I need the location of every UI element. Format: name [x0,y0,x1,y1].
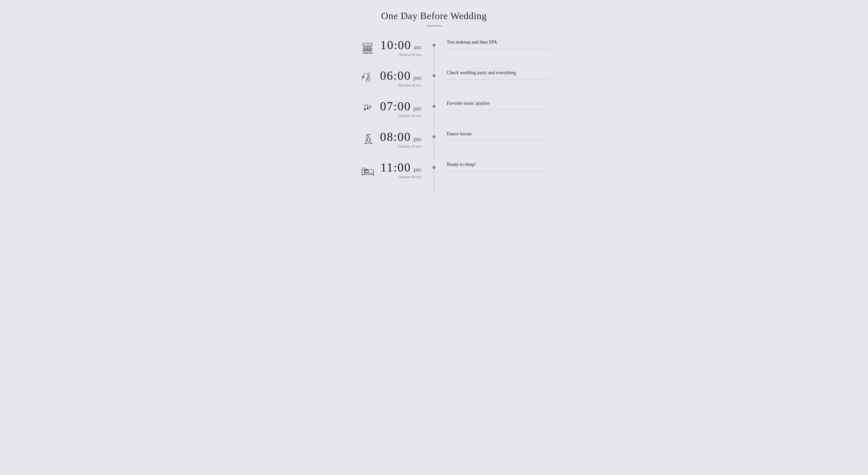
timeline-dot [432,135,436,138]
timeline-dot [432,43,436,47]
duration-text: Duration 60 min [380,114,421,118]
duration-text: Duration 60 min [380,53,421,57]
event-description: Test makeup and then SPA [447,39,549,49]
event-time-block: 06:00 pm Duration 60 min [380,69,421,87]
event-time-block: 07:00 pm Duration 60 min [380,100,421,118]
timeline-dot [432,166,436,169]
timeline-item: 06:00 pm Duration 60 min Check wedding p… [319,69,549,87]
timeline-dot [432,105,436,108]
svg-point-12 [364,77,365,78]
timeline-item: 07:00 pm Duration 60 min Favorite music … [319,100,549,118]
duration-text: Duration 60 min [380,83,421,87]
event-right: Test makeup and then SPA [434,39,549,49]
page-title: One Day Before Wedding [381,10,487,21]
time-display: 06:00 pm [380,69,421,82]
svg-point-17 [369,141,370,142]
event-left: 06:00 pm Duration 60 min [319,69,434,87]
event-right: Check wedding party and everything [434,69,549,80]
svg-point-11 [362,77,363,79]
party-icon [360,71,375,86]
event-right: Ready to sleep! [434,161,549,171]
event-left: 08:00 pm Duration 60 min [319,131,434,149]
event-description: Check wedding party and everything [447,69,549,80]
event-right: Favorite music playlist [434,100,549,110]
event-description: Favorite music playlist [447,100,549,110]
svg-point-13 [364,109,366,110]
event-description: Dance lesson [447,131,549,141]
dance-icon [360,132,375,147]
timeline-item: 11:00 pm Duration 60 min Ready to sleep! [319,161,549,179]
event-left: 07:00 pm Duration 60 min [319,100,434,118]
duration-text: Duration 60 min [380,175,421,179]
timeline-item: 10:00 am Duration 60 min Test makeup and… [319,39,549,57]
svg-point-14 [367,108,369,110]
svg-rect-0 [363,43,372,45]
event-time-block: 08:00 pm Duration 60 min [380,131,421,149]
sleep-icon [360,162,375,178]
spa-icon [360,40,375,56]
time-display: 07:00 pm [380,100,421,112]
svg-point-16 [367,141,368,142]
event-time-block: 10:00 am Duration 60 min [380,39,421,57]
svg-rect-19 [362,168,364,175]
event-right: Dance lesson [434,131,549,141]
svg-rect-18 [362,170,373,175]
duration-text: Duration 60 min [380,145,421,149]
music-icon [360,101,375,117]
timeline-item: 08:00 pm Duration 60 min Dance lesson [319,131,549,149]
time-display: 11:00 pm [380,161,421,174]
timeline: 10:00 am Duration 60 min Test makeup and… [319,39,549,192]
svg-point-10 [367,73,370,76]
title-divider [426,26,442,26]
time-display: 08:00 pm [380,131,421,143]
time-display: 10:00 am [380,39,421,51]
event-description: Ready to sleep! [447,161,549,171]
event-left: 10:00 am Duration 60 min [319,39,434,57]
event-time-block: 11:00 pm Duration 60 min [380,161,421,179]
timeline-dot [432,74,436,77]
event-left: 11:00 pm Duration 60 min [319,161,434,179]
